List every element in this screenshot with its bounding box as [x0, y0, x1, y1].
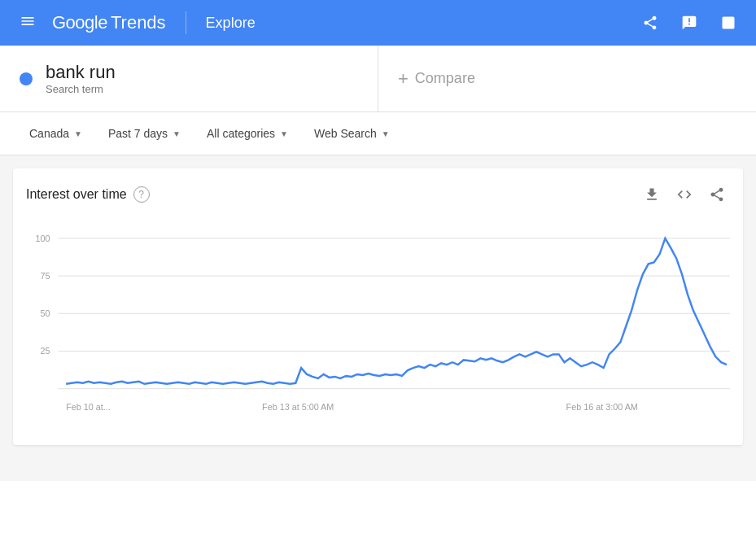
time-range-chevron-icon: ▼ — [173, 129, 181, 138]
chart-share-icon[interactable] — [704, 181, 730, 208]
region-filter[interactable]: Canada ▼ — [20, 122, 92, 145]
search-term-text: bank run Search term — [46, 62, 116, 95]
logo-google-text: Google — [52, 12, 107, 33]
search-term-type: Search term — [46, 83, 116, 95]
app-logo: Google Trends — [52, 12, 166, 33]
filters-row: Canada ▼ Past 7 days ▼ All categories ▼ … — [0, 112, 756, 155]
app-header: Google Trends Explore — [0, 0, 756, 46]
search-type-chevron-icon: ▼ — [382, 129, 390, 138]
header-divider — [186, 11, 186, 34]
menu-icon[interactable] — [13, 7, 42, 40]
svg-text:50: 50 — [40, 308, 50, 318]
search-term-name: bank run — [46, 62, 116, 83]
compare-plus-icon: + — [398, 68, 409, 90]
chart-header: Interest over time ? — [26, 181, 730, 208]
svg-text:25: 25 — [40, 346, 50, 356]
time-range-filter[interactable]: Past 7 days ▼ — [98, 122, 190, 145]
apps-icon[interactable] — [714, 8, 743, 37]
interest-over-time-card: Interest over time ? — [13, 168, 743, 445]
svg-text:Feb 13 at 5:00 AM: Feb 13 at 5:00 AM — [262, 402, 334, 412]
interest-chart: 100 75 50 25 Feb 10 at... Feb 13 at 5:00… — [26, 221, 730, 432]
embed-icon[interactable] — [671, 181, 697, 208]
svg-text:Feb 10 at...: Feb 10 at... — [66, 402, 111, 412]
chart-container: 100 75 50 25 Feb 10 at... Feb 13 at 5:00… — [26, 221, 730, 432]
search-term-box: bank run Search term — [0, 46, 378, 111]
header-explore-label: Explore — [206, 15, 256, 32]
download-icon[interactable] — [639, 181, 665, 208]
compare-box[interactable]: + Compare — [378, 46, 756, 111]
region-chevron-icon: ▼ — [74, 129, 82, 138]
category-filter[interactable]: All categories ▼ — [197, 122, 298, 145]
category-filter-label: All categories — [207, 127, 275, 140]
content-area: Interest over time ? — [0, 155, 756, 481]
chart-actions — [639, 181, 730, 208]
feedback-icon[interactable] — [675, 8, 704, 37]
time-range-filter-label: Past 7 days — [108, 127, 168, 140]
chart-title-row: Interest over time ? — [26, 186, 150, 203]
region-filter-label: Canada — [29, 127, 69, 140]
share-icon[interactable] — [636, 8, 665, 37]
category-chevron-icon: ▼ — [280, 129, 288, 138]
compare-label: Compare — [415, 70, 475, 87]
help-icon[interactable]: ? — [133, 186, 150, 203]
chart-title: Interest over time — [26, 187, 127, 202]
search-section: bank run Search term + Compare — [0, 46, 756, 112]
logo-trends-text: Trends — [111, 12, 166, 33]
svg-text:75: 75 — [40, 271, 50, 281]
search-type-filter-label: Web Search — [314, 127, 377, 140]
term-color-dot — [20, 72, 33, 85]
search-type-filter[interactable]: Web Search ▼ — [304, 122, 400, 145]
svg-text:Feb 16 at 3:00 AM: Feb 16 at 3:00 AM — [566, 402, 638, 412]
svg-text:100: 100 — [35, 234, 50, 243]
